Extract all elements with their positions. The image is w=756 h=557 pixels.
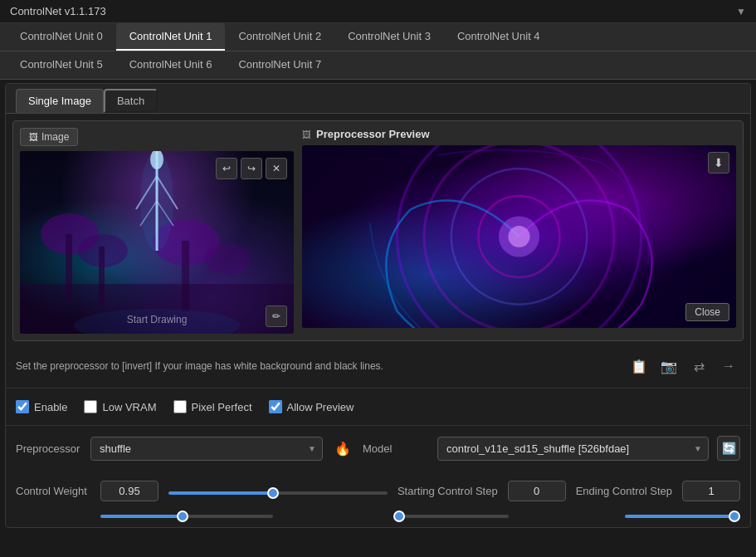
refresh-model-button[interactable]: 🔄 bbox=[717, 436, 740, 461]
sliders-row: Control Weight Starting Control Step End… bbox=[6, 508, 750, 527]
tab-controlnet-unit-5[interactable]: ControlNet Unit 5 bbox=[7, 51, 116, 79]
redo-button[interactable]: ↪ bbox=[241, 158, 262, 179]
camera-button[interactable]: 📷 bbox=[657, 354, 680, 378]
enable-checkbox-item[interactable]: Enable bbox=[16, 400, 67, 413]
main-panel: Single Image Batch 🖼 Image bbox=[5, 83, 751, 528]
info-text: Set the preprocessor to [invert] If your… bbox=[16, 360, 627, 372]
image-tabs: Single Image Batch bbox=[6, 84, 750, 114]
weight-row: Control Weight Starting Control Step End… bbox=[6, 477, 750, 508]
ending-step-input[interactable] bbox=[682, 481, 740, 501]
input-image-display[interactable]: Start Drawing ↩ ↪ ✕ ✏ bbox=[20, 151, 294, 334]
starting-step-slider-container bbox=[393, 508, 509, 520]
control-weight-label: Control Weight bbox=[16, 485, 90, 497]
swap-button[interactable]: ⇄ bbox=[687, 354, 710, 378]
image-toolbar: ↩ ↪ ✕ bbox=[216, 158, 287, 179]
pixel-perfect-checkbox[interactable] bbox=[173, 400, 187, 413]
close-preview-button[interactable]: Close bbox=[685, 303, 729, 321]
pixel-perfect-checkbox-item[interactable]: Pixel Perfect bbox=[173, 400, 252, 413]
arrow-button[interactable]: → bbox=[717, 354, 740, 378]
app-title: ControlNet v1.1.173 bbox=[10, 5, 106, 17]
tab-single-image[interactable]: Single Image bbox=[16, 89, 104, 113]
model-dropdown-container: control_v11e_sd15_shuffle [526bfdae] ▼ bbox=[437, 437, 709, 461]
preprocessor-preview-display[interactable]: ⬇ Close bbox=[302, 145, 736, 328]
tabs-row-2: ControlNet Unit 5 ControlNet Unit 6 Cont… bbox=[0, 51, 756, 80]
starting-step-label: Starting Control Step bbox=[398, 485, 498, 497]
tab-controlnet-unit-3[interactable]: ControlNet Unit 3 bbox=[334, 23, 444, 51]
low-vram-label: Low VRAM bbox=[102, 401, 156, 413]
tab-controlnet-unit-4[interactable]: ControlNet Unit 4 bbox=[444, 23, 554, 51]
model-label: Model bbox=[363, 442, 429, 455]
ending-step-slider-container bbox=[625, 508, 740, 520]
allow-preview-label: Allow Preview bbox=[287, 401, 354, 413]
allow-preview-checkbox[interactable] bbox=[269, 400, 282, 413]
download-button[interactable]: ⬇ bbox=[708, 152, 729, 173]
low-vram-checkbox[interactable] bbox=[84, 400, 97, 413]
info-icons: 📋 📷 ⇄ → bbox=[627, 354, 740, 378]
enable-label: Enable bbox=[34, 401, 67, 413]
ending-step-label: Ending Control Step bbox=[576, 485, 672, 497]
control-weight-slider-container bbox=[168, 485, 388, 497]
start-drawing-hint: Start Drawing bbox=[127, 314, 188, 325]
divider-2 bbox=[6, 425, 750, 426]
title-bar: ControlNet v1.1.173 ▼ bbox=[0, 0, 756, 23]
tabs-row-1: ControlNet Unit 0 ControlNet Unit 1 Cont… bbox=[0, 23, 756, 51]
weight-slider-2[interactable] bbox=[100, 515, 273, 518]
preprocessor-header: 🖼 Preprocessor Preview bbox=[302, 128, 736, 140]
svg-point-3 bbox=[204, 244, 251, 274]
svg-point-21 bbox=[508, 226, 529, 247]
undo-button[interactable]: ↩ bbox=[216, 158, 237, 179]
starting-step-slider[interactable] bbox=[393, 515, 509, 518]
image-area: 🖼 Image bbox=[12, 120, 744, 341]
controls-section: Preprocessor shuffle canny depth hed mls… bbox=[6, 429, 750, 477]
tab-controlnet-unit-7[interactable]: ControlNet Unit 7 bbox=[225, 51, 334, 79]
clipboard-button[interactable]: 📋 bbox=[627, 354, 651, 378]
weight-slider-container-2 bbox=[100, 508, 273, 520]
image-icon: 🖼 bbox=[29, 132, 38, 142]
allow-preview-checkbox-item[interactable]: Allow Preview bbox=[269, 400, 354, 413]
image-panel-header: 🖼 Image bbox=[20, 128, 294, 146]
starting-step-input[interactable] bbox=[508, 481, 566, 501]
control-weight-input[interactable] bbox=[100, 481, 159, 501]
preprocessor-panel-icon: 🖼 bbox=[302, 129, 311, 139]
model-select[interactable]: control_v11e_sd15_shuffle [526bfdae] bbox=[437, 437, 709, 461]
fire-button[interactable]: 🔥 bbox=[331, 437, 354, 460]
ending-step-slider[interactable] bbox=[625, 515, 740, 518]
tab-controlnet-unit-0[interactable]: ControlNet Unit 0 bbox=[7, 23, 116, 51]
pixel-perfect-label: Pixel Perfect bbox=[192, 401, 252, 413]
checkbox-row: Enable Low VRAM Pixel Perfect Allow Prev… bbox=[6, 392, 750, 422]
preprocessor-select[interactable]: shuffle canny depth hed mlsd normal_map … bbox=[90, 437, 323, 461]
control-weight-slider[interactable] bbox=[168, 491, 388, 495]
preprocessor-dropdown-container: shuffle canny depth hed mlsd normal_map … bbox=[90, 437, 323, 461]
divider-1 bbox=[6, 388, 750, 388]
info-bar: Set the preprocessor to [invert] If your… bbox=[6, 348, 750, 384]
tab-controlnet-unit-1[interactable]: ControlNet Unit 1 bbox=[116, 23, 226, 51]
edit-button[interactable]: ✏ bbox=[266, 305, 287, 327]
image-label-button[interactable]: 🖼 Image bbox=[20, 128, 78, 146]
enable-checkbox[interactable] bbox=[16, 400, 29, 413]
preprocessor-preview-panel: 🖼 Preprocessor Preview bbox=[302, 128, 736, 328]
low-vram-checkbox-item[interactable]: Low VRAM bbox=[84, 400, 156, 413]
svg-rect-15 bbox=[20, 284, 294, 334]
svg-point-13 bbox=[140, 151, 173, 251]
tab-controlnet-unit-6[interactable]: ControlNet Unit 6 bbox=[116, 51, 226, 79]
image-label-text: Image bbox=[41, 131, 69, 143]
close-image-button[interactable]: ✕ bbox=[266, 158, 287, 179]
input-image-panel: 🖼 Image bbox=[20, 128, 294, 334]
tab-batch[interactable]: Batch bbox=[104, 89, 158, 113]
tab-controlnet-unit-2[interactable]: ControlNet Unit 2 bbox=[225, 23, 334, 51]
collapse-icon[interactable]: ▼ bbox=[736, 6, 746, 17]
preprocessor-model-row: Preprocessor shuffle canny depth hed mls… bbox=[16, 436, 740, 461]
preprocessor-label: Preprocessor bbox=[16, 442, 82, 455]
preprocessor-panel-label: Preprocessor Preview bbox=[316, 128, 430, 140]
